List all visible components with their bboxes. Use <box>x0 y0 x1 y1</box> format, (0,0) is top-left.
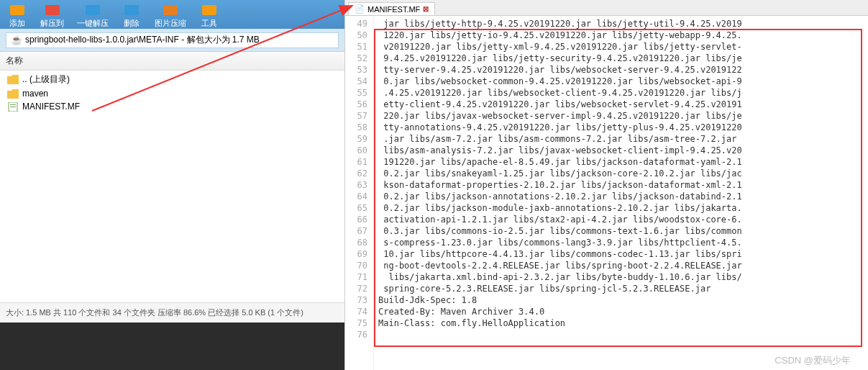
svg-rect-5 <box>202 5 216 15</box>
watermark: CSDN @爱码少年 <box>775 354 851 367</box>
toolbar-icon <box>7 2 27 18</box>
folder-icon <box>7 89 19 99</box>
close-icon[interactable]: ⊠ <box>423 5 429 13</box>
status-bar: 大小: 1.5 MB 共 110 个文件和 34 个文件夹 压缩率 86.6% … <box>0 302 344 322</box>
toolbar-button[interactable]: 一键解压 <box>77 2 109 29</box>
svg-rect-2 <box>86 5 100 15</box>
path-text: springboot-hello-libs-1.0.0.jar\META-INF… <box>25 34 260 46</box>
toolbar-label: 图片压缩 <box>155 18 186 29</box>
file-item[interactable]: maven <box>4 87 340 100</box>
file-label: .. (上级目录) <box>22 73 70 86</box>
line-gutter: 49 50 51 52 53 54 55 56 57 58 59 60 61 6… <box>345 16 374 370</box>
file-icon: 📄 <box>355 4 365 14</box>
file-label: maven <box>22 89 48 99</box>
file-item[interactable]: .. (上级目录) <box>4 72 340 87</box>
dark-panel <box>0 322 344 370</box>
svg-rect-4 <box>163 5 178 15</box>
svg-rect-7 <box>10 104 16 105</box>
tab-label: MANIFEST.MF <box>367 5 420 14</box>
file-icon <box>7 102 19 112</box>
file-item[interactable]: MANIFEST.MF <box>4 100 340 113</box>
tab-manifest[interactable]: 📄 MANIFEST.MF ⊠ <box>348 2 435 15</box>
toolbar-label: 工具 <box>201 18 217 29</box>
path-bar: ☕ springboot-hello-libs-1.0.0.jar\META-I… <box>0 29 344 52</box>
code-area: 49 50 51 52 53 54 55 56 57 58 59 60 61 6… <box>345 16 868 370</box>
toolbar-button[interactable]: 添加 <box>7 2 27 29</box>
svg-rect-0 <box>10 5 24 15</box>
column-header-name[interactable]: 名称 <box>0 52 344 71</box>
editor-panel: 📄 MANIFEST.MF ⊠ 49 50 51 52 53 54 55 56 … <box>345 0 868 370</box>
code-text[interactable]: jar libs/jetty-http-9.4.25.v20191220.jar… <box>374 16 868 370</box>
toolbar-icon <box>199 2 219 18</box>
status-text: 大小: 1.5 MB 共 110 个文件和 34 个文件夹 压缩率 86.6% … <box>6 307 303 318</box>
toolbar-button[interactable]: 解压到 <box>40 2 64 29</box>
svg-rect-3 <box>124 5 139 15</box>
file-list: .. (上级目录)mavenMANIFEST.MF <box>0 71 344 302</box>
toolbar-label: 一键解压 <box>77 18 109 29</box>
folder-icon <box>7 75 19 84</box>
toolbar: 添加解压到一键解压删除图片压缩工具 <box>0 0 344 29</box>
toolbar-icon <box>160 2 181 18</box>
toolbar-button[interactable]: 工具 <box>199 2 219 29</box>
path-field[interactable]: ☕ springboot-hello-libs-1.0.0.jar\META-I… <box>6 32 339 48</box>
toolbar-icon <box>122 2 142 18</box>
java-icon: ☕ <box>11 35 22 45</box>
file-explorer-panel: 添加解压到一键解压删除图片压缩工具 ☕ springboot-hello-lib… <box>0 0 345 370</box>
toolbar-button[interactable]: 删除 <box>122 2 142 29</box>
toolbar-button[interactable]: 图片压缩 <box>155 2 186 29</box>
toolbar-label: 解压到 <box>40 18 64 29</box>
toolbar-icon <box>42 2 63 18</box>
toolbar-label: 删除 <box>124 18 140 29</box>
svg-rect-8 <box>10 107 16 107</box>
file-label: MANIFEST.MF <box>22 101 80 112</box>
tab-strip: 📄 MANIFEST.MF ⊠ <box>345 0 868 16</box>
toolbar-label: 添加 <box>9 18 25 29</box>
svg-rect-1 <box>45 5 60 15</box>
toolbar-icon <box>83 2 103 18</box>
